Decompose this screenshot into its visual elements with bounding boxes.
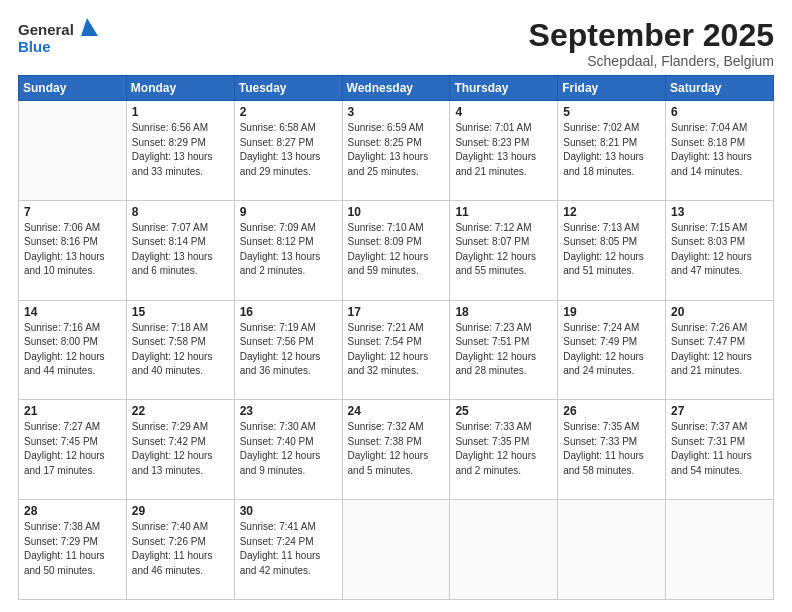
- day-number: 16: [240, 305, 337, 319]
- day-number: 26: [563, 404, 660, 418]
- day-cell: 16Sunrise: 7:19 AMSunset: 7:56 PMDayligh…: [234, 300, 342, 400]
- day-info: Sunrise: 7:38 AMSunset: 7:29 PMDaylight:…: [24, 520, 121, 578]
- day-number: 22: [132, 404, 229, 418]
- svg-marker-0: [81, 18, 98, 36]
- location-title: Schepdaal, Flanders, Belgium: [529, 53, 774, 69]
- logo-icon: [76, 18, 98, 36]
- day-info: Sunrise: 7:19 AMSunset: 7:56 PMDaylight:…: [240, 321, 337, 379]
- day-info: Sunrise: 7:27 AMSunset: 7:45 PMDaylight:…: [24, 420, 121, 478]
- day-cell: 11Sunrise: 7:12 AMSunset: 8:07 PMDayligh…: [450, 200, 558, 300]
- day-cell: 17Sunrise: 7:21 AMSunset: 7:54 PMDayligh…: [342, 300, 450, 400]
- day-cell: 20Sunrise: 7:26 AMSunset: 7:47 PMDayligh…: [666, 300, 774, 400]
- day-info: Sunrise: 6:56 AMSunset: 8:29 PMDaylight:…: [132, 121, 229, 179]
- day-info: Sunrise: 7:26 AMSunset: 7:47 PMDaylight:…: [671, 321, 768, 379]
- day-cell: 2Sunrise: 6:58 AMSunset: 8:27 PMDaylight…: [234, 101, 342, 201]
- day-cell: 19Sunrise: 7:24 AMSunset: 7:49 PMDayligh…: [558, 300, 666, 400]
- day-info: Sunrise: 7:21 AMSunset: 7:54 PMDaylight:…: [348, 321, 445, 379]
- day-cell: [19, 101, 127, 201]
- day-info: Sunrise: 7:33 AMSunset: 7:35 PMDaylight:…: [455, 420, 552, 478]
- day-number: 29: [132, 504, 229, 518]
- weekday-header-thursday: Thursday: [450, 76, 558, 101]
- day-cell: 4Sunrise: 7:01 AMSunset: 8:23 PMDaylight…: [450, 101, 558, 201]
- day-cell: 29Sunrise: 7:40 AMSunset: 7:26 PMDayligh…: [126, 500, 234, 600]
- day-cell: 14Sunrise: 7:16 AMSunset: 8:00 PMDayligh…: [19, 300, 127, 400]
- day-info: Sunrise: 6:59 AMSunset: 8:25 PMDaylight:…: [348, 121, 445, 179]
- day-info: Sunrise: 7:02 AMSunset: 8:21 PMDaylight:…: [563, 121, 660, 179]
- day-cell: 10Sunrise: 7:10 AMSunset: 8:09 PMDayligh…: [342, 200, 450, 300]
- day-number: 20: [671, 305, 768, 319]
- day-info: Sunrise: 7:07 AMSunset: 8:14 PMDaylight:…: [132, 221, 229, 279]
- day-info: Sunrise: 7:41 AMSunset: 7:24 PMDaylight:…: [240, 520, 337, 578]
- week-row-3: 14Sunrise: 7:16 AMSunset: 8:00 PMDayligh…: [19, 300, 774, 400]
- day-number: 17: [348, 305, 445, 319]
- weekday-header-row: SundayMondayTuesdayWednesdayThursdayFrid…: [19, 76, 774, 101]
- day-cell: 5Sunrise: 7:02 AMSunset: 8:21 PMDaylight…: [558, 101, 666, 201]
- day-number: 11: [455, 205, 552, 219]
- weekday-header-sunday: Sunday: [19, 76, 127, 101]
- day-info: Sunrise: 7:35 AMSunset: 7:33 PMDaylight:…: [563, 420, 660, 478]
- day-number: 30: [240, 504, 337, 518]
- day-cell: 28Sunrise: 7:38 AMSunset: 7:29 PMDayligh…: [19, 500, 127, 600]
- day-info: Sunrise: 7:12 AMSunset: 8:07 PMDaylight:…: [455, 221, 552, 279]
- day-cell: 22Sunrise: 7:29 AMSunset: 7:42 PMDayligh…: [126, 400, 234, 500]
- weekday-header-wednesday: Wednesday: [342, 76, 450, 101]
- day-cell: 6Sunrise: 7:04 AMSunset: 8:18 PMDaylight…: [666, 101, 774, 201]
- day-cell: 24Sunrise: 7:32 AMSunset: 7:38 PMDayligh…: [342, 400, 450, 500]
- day-cell: 30Sunrise: 7:41 AMSunset: 7:24 PMDayligh…: [234, 500, 342, 600]
- weekday-header-tuesday: Tuesday: [234, 76, 342, 101]
- day-cell: 26Sunrise: 7:35 AMSunset: 7:33 PMDayligh…: [558, 400, 666, 500]
- day-number: 14: [24, 305, 121, 319]
- day-info: Sunrise: 7:23 AMSunset: 7:51 PMDaylight:…: [455, 321, 552, 379]
- day-number: 24: [348, 404, 445, 418]
- day-number: 27: [671, 404, 768, 418]
- day-number: 6: [671, 105, 768, 119]
- day-info: Sunrise: 6:58 AMSunset: 8:27 PMDaylight:…: [240, 121, 337, 179]
- day-info: Sunrise: 7:04 AMSunset: 8:18 PMDaylight:…: [671, 121, 768, 179]
- week-row-2: 7Sunrise: 7:06 AMSunset: 8:16 PMDaylight…: [19, 200, 774, 300]
- week-row-5: 28Sunrise: 7:38 AMSunset: 7:29 PMDayligh…: [19, 500, 774, 600]
- day-cell: 1Sunrise: 6:56 AMSunset: 8:29 PMDaylight…: [126, 101, 234, 201]
- day-cell: 9Sunrise: 7:09 AMSunset: 8:12 PMDaylight…: [234, 200, 342, 300]
- day-number: 9: [240, 205, 337, 219]
- title-block: September 2025 Schepdaal, Flanders, Belg…: [529, 18, 774, 69]
- day-cell: 21Sunrise: 7:27 AMSunset: 7:45 PMDayligh…: [19, 400, 127, 500]
- day-cell: [450, 500, 558, 600]
- day-cell: 27Sunrise: 7:37 AMSunset: 7:31 PMDayligh…: [666, 400, 774, 500]
- day-number: 23: [240, 404, 337, 418]
- day-info: Sunrise: 7:13 AMSunset: 8:05 PMDaylight:…: [563, 221, 660, 279]
- day-cell: 12Sunrise: 7:13 AMSunset: 8:05 PMDayligh…: [558, 200, 666, 300]
- day-number: 28: [24, 504, 121, 518]
- day-number: 3: [348, 105, 445, 119]
- day-info: Sunrise: 7:06 AMSunset: 8:16 PMDaylight:…: [24, 221, 121, 279]
- day-number: 10: [348, 205, 445, 219]
- day-number: 8: [132, 205, 229, 219]
- day-cell: 25Sunrise: 7:33 AMSunset: 7:35 PMDayligh…: [450, 400, 558, 500]
- day-cell: 23Sunrise: 7:30 AMSunset: 7:40 PMDayligh…: [234, 400, 342, 500]
- day-number: 12: [563, 205, 660, 219]
- week-row-4: 21Sunrise: 7:27 AMSunset: 7:45 PMDayligh…: [19, 400, 774, 500]
- day-cell: 18Sunrise: 7:23 AMSunset: 7:51 PMDayligh…: [450, 300, 558, 400]
- day-number: 5: [563, 105, 660, 119]
- day-number: 25: [455, 404, 552, 418]
- day-info: Sunrise: 7:37 AMSunset: 7:31 PMDaylight:…: [671, 420, 768, 478]
- day-cell: 3Sunrise: 6:59 AMSunset: 8:25 PMDaylight…: [342, 101, 450, 201]
- day-info: Sunrise: 7:16 AMSunset: 8:00 PMDaylight:…: [24, 321, 121, 379]
- day-number: 21: [24, 404, 121, 418]
- day-cell: 7Sunrise: 7:06 AMSunset: 8:16 PMDaylight…: [19, 200, 127, 300]
- week-row-1: 1Sunrise: 6:56 AMSunset: 8:29 PMDaylight…: [19, 101, 774, 201]
- weekday-header-monday: Monday: [126, 76, 234, 101]
- day-cell: 13Sunrise: 7:15 AMSunset: 8:03 PMDayligh…: [666, 200, 774, 300]
- day-info: Sunrise: 7:29 AMSunset: 7:42 PMDaylight:…: [132, 420, 229, 478]
- day-number: 7: [24, 205, 121, 219]
- day-cell: [666, 500, 774, 600]
- day-info: Sunrise: 7:01 AMSunset: 8:23 PMDaylight:…: [455, 121, 552, 179]
- day-info: Sunrise: 7:32 AMSunset: 7:38 PMDaylight:…: [348, 420, 445, 478]
- day-info: Sunrise: 7:09 AMSunset: 8:12 PMDaylight:…: [240, 221, 337, 279]
- day-number: 2: [240, 105, 337, 119]
- day-number: 4: [455, 105, 552, 119]
- month-title: September 2025: [529, 18, 774, 53]
- weekday-header-friday: Friday: [558, 76, 666, 101]
- logo-blue: Blue: [18, 38, 51, 55]
- day-info: Sunrise: 7:15 AMSunset: 8:03 PMDaylight:…: [671, 221, 768, 279]
- day-cell: [342, 500, 450, 600]
